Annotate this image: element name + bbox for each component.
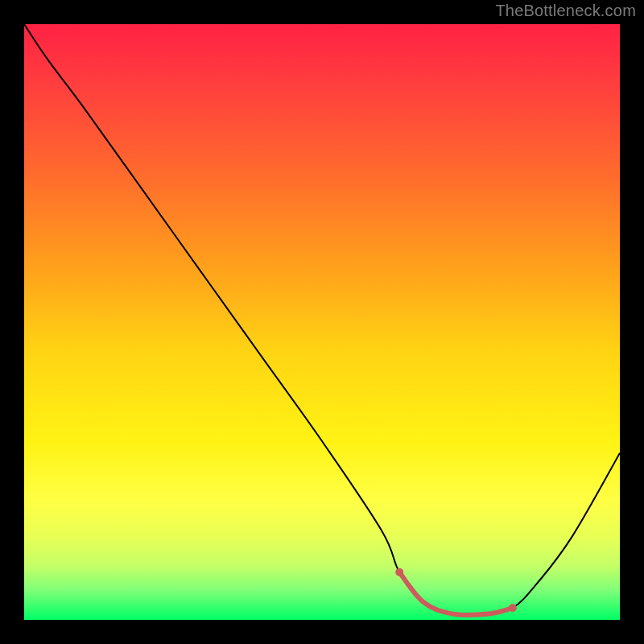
chart-frame: TheBottleneck.com	[0, 0, 644, 644]
bottleneck-chart	[24, 24, 620, 620]
highlight-start-dot	[395, 568, 403, 576]
watermark-text: TheBottleneck.com	[495, 2, 636, 20]
highlight-end-dot	[509, 604, 517, 612]
gradient-background	[24, 24, 620, 620]
